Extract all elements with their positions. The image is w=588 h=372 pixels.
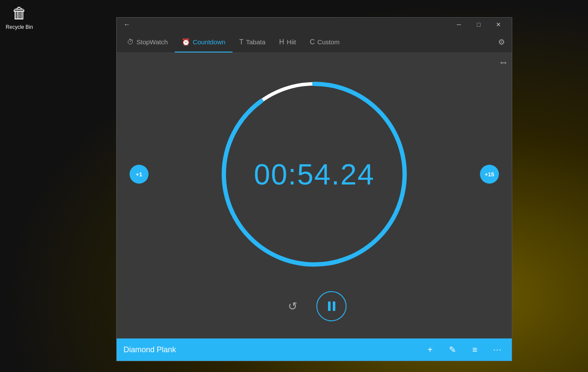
recycle-bin-label: Recycle Bin (6, 24, 33, 30)
recycle-bin[interactable]: 🗑 Recycle Bin (4, 4, 34, 30)
stopwatch-icon: ⏱ (127, 38, 134, 46)
maximize-button[interactable]: □ (469, 18, 489, 31)
plus-fifteen-button[interactable]: +15 (480, 165, 499, 184)
tab-hiit-label: Hiit (287, 38, 296, 46)
add-button[interactable]: + (422, 342, 438, 357)
timer-circle: 00:54.24 (211, 71, 418, 277)
controls-bar: ↺ (125, 287, 503, 330)
tab-stopwatch[interactable]: ⏱ StopWatch (120, 31, 175, 52)
nav-tabs: ⏱ StopWatch ⏰ Countdown T Tabata H Hiit … (117, 31, 512, 53)
more-button[interactable]: ⋯ (489, 342, 505, 357)
bottom-bar-actions: + ✎ ≡ ⋯ (422, 342, 505, 357)
pause-icon (328, 301, 335, 311)
tab-tabata[interactable]: T Tabata (232, 31, 272, 52)
edit-button[interactable]: ✎ (445, 342, 460, 357)
back-button[interactable]: ← (120, 19, 134, 30)
tab-custom-label: Custom (317, 38, 340, 46)
settings-button[interactable]: ⚙ (496, 36, 507, 49)
pause-button[interactable] (316, 291, 347, 321)
main-content: ⤢ +1 00:54.24 +15 ↺ (117, 53, 512, 338)
minimize-button[interactable]: ─ (449, 18, 469, 31)
title-bar: ← ─ □ ✕ (117, 18, 512, 31)
tab-countdown[interactable]: ⏰ Countdown (175, 31, 232, 52)
tab-stopwatch-label: StopWatch (136, 38, 168, 46)
tab-custom[interactable]: C Custom (303, 31, 347, 52)
tabata-icon: T (239, 38, 244, 46)
reset-icon: ↺ (288, 300, 297, 313)
timer-display: 00:54.24 (254, 157, 375, 191)
recycle-bin-icon: 🗑 (12, 4, 27, 22)
pause-bar-left (328, 301, 331, 311)
countdown-icon: ⏰ (182, 38, 190, 46)
title-bar-left: ← (120, 19, 134, 30)
close-button[interactable]: ✕ (489, 18, 508, 31)
bottom-bar-title: Diamond Plank (124, 345, 422, 354)
title-bar-controls: ─ □ ✕ (449, 18, 508, 31)
hiit-icon: H (279, 38, 285, 46)
custom-icon: C (310, 38, 315, 46)
plus-one-button[interactable]: +1 (130, 165, 149, 184)
timer-area: +1 00:54.24 +15 (125, 61, 503, 287)
reset-button[interactable]: ↺ (282, 295, 303, 317)
tab-tabata-label: Tabata (246, 38, 265, 46)
tab-hiit[interactable]: H Hiit (272, 31, 303, 52)
tab-countdown-label: Countdown (193, 38, 226, 46)
bottom-bar: Diamond Plank + ✎ ≡ ⋯ (117, 338, 512, 361)
pause-bar-right (333, 301, 335, 311)
list-button[interactable]: ≡ (467, 342, 483, 357)
app-window: ← ─ □ ✕ ⏱ StopWatch ⏰ Countdown T Tabata… (116, 17, 512, 361)
